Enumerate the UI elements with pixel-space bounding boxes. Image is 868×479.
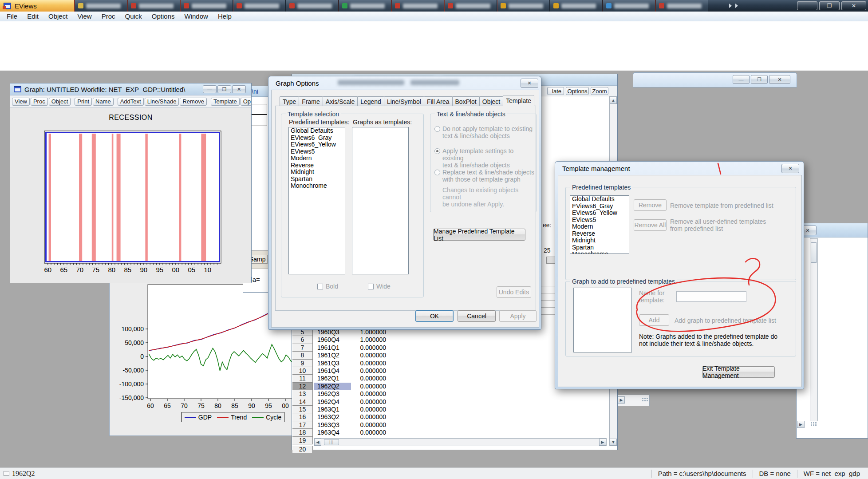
- view-button[interactable]: View: [12, 98, 30, 106]
- scroll-right-icon[interactable]: ▶: [599, 439, 606, 446]
- list-item-eviews6-yellow[interactable]: EViews6_Yellow: [570, 210, 629, 217]
- row-number[interactable]: 15: [292, 406, 313, 413]
- taskbar-tab-4[interactable]: [233, 0, 286, 12]
- list-item-modern[interactable]: Modern: [570, 223, 629, 230]
- tab-axis-scale[interactable]: Axis/Scale: [323, 96, 358, 106]
- taskbar-tab-11[interactable]: [603, 0, 655, 12]
- list-item-eviews5[interactable]: EViews5: [289, 148, 345, 155]
- restore-icon[interactable]: ❐: [217, 85, 231, 93]
- row-number[interactable]: 14: [292, 398, 313, 406]
- taskbar-tab-7[interactable]: [391, 0, 444, 12]
- graph-to-add-list[interactable]: [573, 288, 632, 352]
- list-item-spartan[interactable]: Spartan: [289, 176, 345, 183]
- right-window-scrollbar[interactable]: [810, 238, 818, 421]
- list-item-midnight[interactable]: Midnight: [570, 237, 629, 244]
- menu-options[interactable]: Options: [147, 12, 180, 21]
- menu-object[interactable]: Object: [43, 12, 72, 21]
- ok-button[interactable]: OK: [415, 310, 454, 322]
- taskbar-tab-3[interactable]: [180, 0, 233, 12]
- restore-icon[interactable]: ❐: [751, 75, 768, 84]
- scroll-up-icon[interactable]: ▲: [610, 97, 617, 104]
- value-cell[interactable]: 0.000000: [345, 367, 386, 375]
- minimize-icon[interactable]: —: [203, 85, 217, 93]
- menu-file[interactable]: File: [2, 12, 22, 21]
- menu-proc[interactable]: Proc: [97, 12, 120, 21]
- list-item-eviews6-gray[interactable]: EViews6_Gray: [570, 203, 629, 210]
- list-item-midnight[interactable]: Midnight: [289, 169, 345, 176]
- scroll-left-icon[interactable]: ◀: [314, 439, 321, 446]
- list-item-reverse[interactable]: Reverse: [570, 230, 629, 238]
- taskbar-tab-eviews[interactable]: EViews: [0, 0, 75, 12]
- taskbar-tab-8[interactable]: [444, 0, 497, 12]
- options-button[interactable]: Options: [241, 98, 251, 106]
- close-icon[interactable]: ✕: [769, 75, 790, 84]
- taskbar-tab-12[interactable]: [655, 0, 708, 12]
- name-button[interactable]: Name: [93, 98, 114, 106]
- list-item-reverse[interactable]: Reverse: [289, 162, 345, 169]
- remove-button[interactable]: Remove: [180, 98, 206, 106]
- maximize-icon[interactable]: ❐: [819, 1, 840, 10]
- tab-boxplot[interactable]: BoxPlot: [452, 96, 480, 106]
- table-hscrollbar[interactable]: ◀ ||| ▶: [314, 438, 607, 446]
- predefined-templates-list[interactable]: Global DefaultsEViews6_GrayEViews6_Yello…: [570, 195, 629, 254]
- value-cell[interactable]: 1.000000: [345, 336, 386, 344]
- line-shade-button[interactable]: Line/Shade: [145, 98, 179, 106]
- row-number[interactable]: 20: [292, 446, 313, 453]
- menu-edit[interactable]: Edit: [22, 12, 43, 21]
- template-button[interactable]: Template: [211, 98, 240, 106]
- minimize-icon[interactable]: —: [797, 1, 817, 10]
- value-cell[interactable]: 0.000000: [345, 398, 386, 406]
- list-item-global-defaults[interactable]: Global Defaults: [570, 196, 629, 203]
- list-item-monochrome[interactable]: Monochrome: [570, 251, 629, 254]
- row-number[interactable]: 7: [292, 344, 313, 352]
- predefined-templates-list[interactable]: Global DefaultsEViews6_GrayEViews6_Yello…: [288, 127, 345, 274]
- row-number[interactable]: 16: [292, 413, 313, 421]
- taskbar-tab-9[interactable]: [497, 0, 550, 12]
- value-cell[interactable]: 0.000000: [345, 429, 386, 436]
- scroll-right-icon[interactable]: ▶: [797, 421, 805, 428]
- tab-frame[interactable]: Frame: [299, 96, 323, 106]
- value-cell[interactable]: 0.000000: [345, 383, 386, 390]
- row-number[interactable]: 17: [292, 421, 313, 429]
- manage-predefined-template-list-button[interactable]: Manage Predefined Template List: [433, 229, 525, 241]
- value-cell[interactable]: 0.000000: [345, 375, 386, 382]
- row-number[interactable]: 6: [292, 336, 313, 344]
- row-number[interactable]: 19: [292, 437, 313, 444]
- value-cell[interactable]: 0.000000: [345, 421, 386, 429]
- value-cell[interactable]: 0.000000: [345, 344, 386, 352]
- proc-button[interactable]: Proc: [31, 98, 48, 106]
- graphs-as-templates-list[interactable]: [352, 127, 409, 274]
- taskbar-tab-1[interactable]: [75, 0, 127, 12]
- list-item-modern[interactable]: Modern: [289, 155, 345, 162]
- tab-legend[interactable]: Legend: [357, 96, 384, 106]
- menu-window[interactable]: Window: [180, 12, 213, 21]
- zoom-button[interactable]: Zoom: [591, 87, 608, 95]
- close-icon[interactable]: ✕: [232, 85, 246, 93]
- tab-object[interactable]: Object: [479, 96, 503, 106]
- tab-template[interactable]: Template: [503, 95, 534, 106]
- minimize-icon[interactable]: —: [733, 75, 750, 84]
- row-number[interactable]: 13: [292, 390, 313, 398]
- row-number[interactable]: 10: [292, 367, 313, 375]
- row-number[interactable]: 9: [292, 360, 313, 367]
- object-button[interactable]: Object: [49, 98, 71, 106]
- taskbar-tab-10[interactable]: [550, 0, 603, 12]
- options-button[interactable]: Options: [566, 87, 589, 95]
- row-number[interactable]: 18: [292, 429, 313, 436]
- row-number[interactable]: 8: [292, 352, 313, 359]
- value-cell[interactable]: 0.000000: [345, 406, 386, 413]
- command-area[interactable]: [0, 21, 868, 71]
- list-item-eviews6-yellow[interactable]: EViews6_Yellow: [289, 141, 345, 148]
- value-cell[interactable]: 0.000000: [345, 413, 386, 421]
- value-cell[interactable]: 0.000000: [345, 360, 386, 367]
- close-icon[interactable]: ✕: [781, 164, 799, 173]
- addtext-button[interactable]: AddText: [118, 98, 144, 106]
- menu-help[interactable]: Help: [213, 12, 237, 21]
- taskbar-tab-2[interactable]: [127, 0, 180, 12]
- scrollbar-thumb[interactable]: |||: [324, 439, 339, 445]
- cancel-button[interactable]: Cancel: [458, 310, 496, 322]
- list-item-global-defaults[interactable]: Global Defaults: [289, 127, 345, 135]
- tab-overflow-arrows[interactable]: [729, 4, 738, 8]
- menu-quick[interactable]: Quick: [120, 12, 146, 21]
- resize-grip[interactable]: [811, 422, 817, 426]
